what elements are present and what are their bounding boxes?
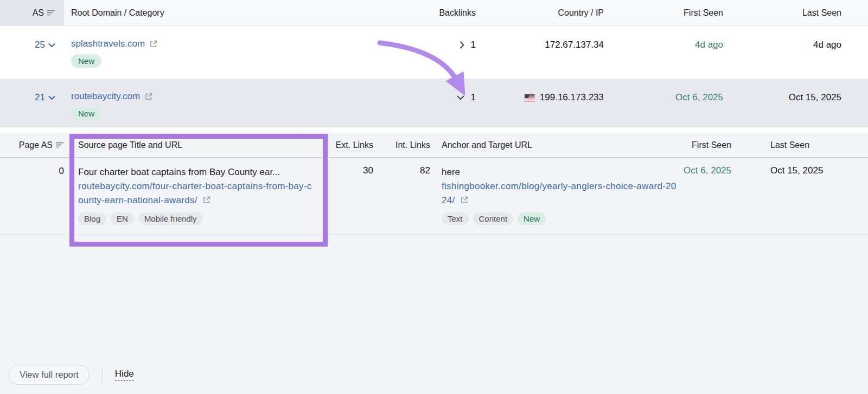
nested-table-header: Page AS Source page Title and URL Ext. L…: [0, 133, 868, 158]
external-link-icon[interactable]: [202, 196, 211, 204]
hide-link[interactable]: Hide: [115, 369, 134, 381]
chevron-down-icon: [48, 95, 55, 100]
as-score-dropdown[interactable]: 21: [35, 92, 55, 103]
link-badge-text: Text: [442, 212, 469, 225]
ext-links-count: 30: [363, 165, 373, 176]
column-header-ext-links: Ext. Links: [314, 140, 373, 150]
column-header-source-page: Source page Title and URL: [66, 140, 314, 150]
source-page-url-link[interactable]: routebaycity.com/four-charter-boat-capta…: [78, 181, 312, 205]
backlinks-count: 1: [471, 40, 476, 50]
as-score-dropdown[interactable]: 25: [35, 40, 55, 50]
table-row: 25 splashtravels.com New: [0, 26, 868, 79]
collapse-backlinks-toggle[interactable]: [457, 95, 464, 100]
last-seen-value: Oct 15, 2025: [770, 165, 823, 176]
backlink-detail-row: 0 Four charter boat captains from Bay Co…: [0, 158, 868, 235]
backlinks-count: 1: [471, 92, 476, 103]
link-badge-content: Content: [473, 212, 514, 225]
source-page-cell: Four charter boat captains from Bay Coun…: [66, 165, 314, 225]
column-header-anchor-target: Anchor and Target URL: [430, 140, 647, 150]
column-header-first-seen: First Seen: [647, 140, 731, 150]
int-links-count: 82: [420, 165, 430, 176]
sort-descending-icon: [47, 9, 55, 16]
target-url-link[interactable]: fishingbooker.com/blog/yearly-anglers-ch…: [442, 181, 676, 205]
last-seen-value: 4d ago: [813, 40, 841, 50]
source-badge-blog: Blog: [78, 212, 106, 225]
backlinks-report: AS Root Domain / Category Backlinks Coun…: [0, 0, 868, 394]
first-seen-value: 4d ago: [695, 40, 723, 50]
column-header-as[interactable]: AS: [0, 0, 64, 25]
column-header-page-as[interactable]: Page AS: [0, 140, 66, 150]
column-header-root-domain: Root Domain / Category: [64, 0, 378, 25]
main-table-header: AS Root Domain / Category Backlinks Coun…: [0, 0, 868, 26]
column-header-country-ip: Country / IP: [476, 0, 604, 25]
ip-address: 199.16.173.233: [540, 92, 604, 103]
root-domain-link[interactable]: splashtravels.com: [71, 38, 145, 49]
column-header-first-seen: First Seen: [604, 0, 723, 25]
new-badge: New: [71, 54, 101, 68]
column-header-backlinks: Backlinks: [378, 0, 476, 25]
chevron-down-icon: [48, 43, 55, 48]
external-link-icon[interactable]: [149, 40, 158, 48]
anchor-text: here: [442, 165, 647, 179]
column-header-int-links: Int. Links: [373, 140, 430, 150]
ip-address: 172.67.137.34: [545, 40, 604, 50]
expanded-backlinks-panel: Page AS Source page Title and URL Ext. L…: [0, 133, 868, 394]
panel-footer: View full report Hide: [9, 365, 134, 385]
column-header-last-seen: Last Seen: [731, 140, 868, 150]
source-badge-mobile-friendly: Mobile friendly: [138, 212, 203, 225]
footer-divider: [102, 366, 103, 384]
first-seen-value: Oct 6, 2025: [675, 92, 723, 103]
root-domain-link[interactable]: routebaycity.com: [71, 91, 140, 102]
last-seen-value: Oct 15, 2025: [789, 92, 841, 103]
source-badge-language: EN: [111, 212, 134, 225]
us-flag-icon: [524, 94, 535, 102]
new-badge: New: [71, 107, 101, 120]
link-badge-new: New: [518, 212, 546, 225]
column-header-last-seen: Last Seen: [723, 0, 868, 25]
source-page-title: Four charter boat captains from Bay Coun…: [78, 165, 314, 179]
chevron-down-icon: [457, 95, 464, 100]
view-full-report-button[interactable]: View full report: [9, 365, 90, 385]
expand-backlinks-toggle[interactable]: [459, 41, 464, 49]
external-link-icon[interactable]: [460, 196, 469, 204]
page-as-value: 0: [59, 166, 64, 177]
first-seen-value: Oct 6, 2025: [684, 165, 731, 176]
external-link-icon[interactable]: [144, 92, 153, 101]
sort-descending-icon: [56, 141, 64, 148]
table-row-expanded: 21 routebaycity.com New: [0, 79, 868, 127]
chevron-right-icon: [459, 41, 464, 49]
anchor-target-cell: here fishingbooker.com/blog/yearly-angle…: [430, 165, 647, 225]
as-header-label: AS: [33, 8, 44, 18]
